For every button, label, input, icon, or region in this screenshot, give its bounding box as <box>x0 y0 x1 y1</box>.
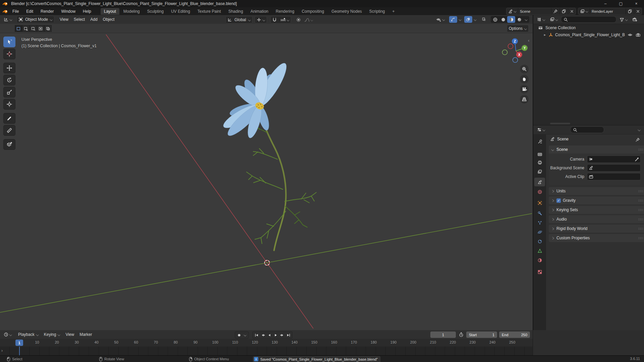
workspace-tab-uv-editing[interactable]: UV Editing <box>168 8 194 15</box>
workspace-tab-compositing[interactable]: Compositing <box>298 8 327 15</box>
properties-tab-modifiers[interactable] <box>534 209 545 218</box>
select-mode-select-intersect[interactable] <box>44 25 52 32</box>
select-mode-select-subtract[interactable] <box>30 25 37 32</box>
scene-name[interactable]: Scene <box>518 8 551 14</box>
panel-drag-dots[interactable]: ∷∷ <box>638 227 643 231</box>
scene-panel-header[interactable]: Scene ∷∷ <box>549 145 644 154</box>
current-frame-badge[interactable]: 1 <box>15 340 23 346</box>
transport-key-next-button[interactable] <box>279 332 285 338</box>
tool-transform-button[interactable] <box>3 99 15 110</box>
viewport-3d[interactable]: Z Y X ‹ Object Mode ViewSelectAddObject … <box>0 15 533 330</box>
properties-search-input[interactable] <box>570 126 604 133</box>
render-visibility-icon[interactable] <box>636 33 641 37</box>
timeline-editor-type-button[interactable] <box>2 331 13 338</box>
properties-tab-data[interactable] <box>534 246 545 255</box>
tool-cursor-button[interactable] <box>3 49 15 59</box>
channel-expand-arrow[interactable]: › <box>1 348 3 353</box>
field-background-scene[interactable] <box>587 164 641 172</box>
properties-editor-type-button[interactable] <box>535 126 547 133</box>
transport-play-button[interactable] <box>272 332 279 338</box>
end-frame-field[interactable]: End250 <box>499 331 530 338</box>
properties-tab-texture[interactable] <box>534 267 545 276</box>
tool-addcube-button[interactable] <box>3 139 15 150</box>
scene-copy-button[interactable] <box>559 8 568 14</box>
snap-toggle[interactable] <box>271 16 279 23</box>
scene-browse-button[interactable] <box>506 8 518 14</box>
workspace-tab-geometry-nodes[interactable]: Geometry Nodes <box>328 8 365 15</box>
panel-audio[interactable]: Audio∷∷ <box>549 215 644 223</box>
xray-toggle[interactable] <box>480 16 488 23</box>
close-button[interactable]: × <box>629 0 644 7</box>
mode-dropdown[interactable]: Object Mode <box>16 16 54 23</box>
panel-rigid-body-world[interactable]: Rigid Body World∷∷ <box>549 225 644 233</box>
view-layer-browse-button[interactable] <box>578 8 590 14</box>
workspace-tab-rendering[interactable]: Rendering <box>272 8 298 15</box>
timeline-menu-keying[interactable]: Keying <box>41 332 63 337</box>
viewport-menu-add[interactable]: Add <box>88 17 100 22</box>
properties-tab-material[interactable] <box>534 256 545 264</box>
properties-tab-physics[interactable] <box>534 228 545 236</box>
panel-drag-dots[interactable]: ∷∷ <box>638 236 643 240</box>
outliner-scrollbar[interactable] <box>550 123 570 124</box>
select-mode-select-extend[interactable] <box>22 25 30 32</box>
properties-tab-object[interactable] <box>534 198 545 207</box>
workspace-tab-scripting[interactable]: Scripting <box>366 8 388 15</box>
panel-gravity[interactable]: ✓Gravity∷∷ <box>549 196 644 204</box>
shading-rendered-button[interactable] <box>515 16 523 23</box>
shading-solid-button[interactable] <box>499 16 507 23</box>
pan-view-button[interactable] <box>520 75 529 83</box>
playhead-line[interactable] <box>19 347 20 355</box>
outliner-search-input[interactable] <box>561 16 616 23</box>
hide-eye-icon[interactable] <box>628 33 633 37</box>
minimize-button[interactable]: – <box>598 0 613 7</box>
timeline-menu-marker[interactable]: Marker <box>77 332 95 337</box>
tool-select-button[interactable] <box>3 37 15 47</box>
overlays-toggle[interactable] <box>464 16 472 23</box>
proportional-edit-toggle[interactable] <box>294 16 303 23</box>
field-camera[interactable] <box>587 156 641 163</box>
workspace-tab-modeling[interactable]: Modeling <box>120 8 143 15</box>
timeline-menu-view[interactable]: View <box>63 332 77 337</box>
workspace-tab-sculpting[interactable]: Sculpting <box>144 8 167 15</box>
shading-wireframe-button[interactable] <box>491 16 499 23</box>
orientation-dropdown[interactable]: Global <box>225 16 253 23</box>
panel-drag-dots[interactable]: ∷∷ <box>638 189 643 193</box>
menu-window[interactable]: Window <box>57 8 79 15</box>
scene-pin-button[interactable] <box>551 8 559 14</box>
tool-measure-button[interactable] <box>3 125 15 136</box>
zoom-view-button[interactable] <box>520 65 529 73</box>
pin-icon[interactable] <box>635 137 640 142</box>
report-message[interactable]: i Saved "Cosmos_Plant_Single_Flower_Ligh… <box>253 356 380 362</box>
properties-tab-constraints[interactable] <box>534 237 545 246</box>
ortho-toggle-button[interactable] <box>520 95 529 104</box>
select-mode-select-set[interactable] <box>15 25 22 32</box>
outliner-editor-type-button[interactable] <box>535 16 547 23</box>
panel-custom-properties[interactable]: Custom Properties∷∷ <box>549 234 644 242</box>
visibility-dropdown[interactable] <box>434 16 446 23</box>
start-frame-field[interactable]: Start1 <box>466 331 497 338</box>
maximize-button[interactable]: ▢ <box>613 0 629 7</box>
outliner-display-mode-button[interactable] <box>548 16 559 23</box>
field-active-clip[interactable] <box>587 173 641 180</box>
outliner-filter-button[interactable] <box>618 16 629 23</box>
snap-target-dropdown[interactable] <box>279 16 291 23</box>
camera-view-button[interactable] <box>520 85 529 94</box>
viewport-menu-select[interactable]: Select <box>71 17 88 22</box>
properties-tab-tool[interactable] <box>534 137 545 146</box>
timeline-menu-playback[interactable]: Playback <box>15 332 41 337</box>
menu-help[interactable]: Help <box>79 8 95 15</box>
tool-annotate-button[interactable] <box>3 113 15 124</box>
viewport-menu-view[interactable]: View <box>57 17 71 22</box>
view-layer-remove-button[interactable] <box>634 8 642 14</box>
view-layer-name[interactable]: RenderLayer <box>590 8 626 14</box>
editor-type-button[interactable] <box>2 16 14 23</box>
properties-tab-world[interactable] <box>534 187 545 196</box>
transport-jump-first-button[interactable] <box>253 332 260 338</box>
properties-tab-render[interactable] <box>534 150 545 159</box>
view-layer-copy-button[interactable] <box>626 8 634 14</box>
auto-key-dropdown[interactable] <box>242 332 248 339</box>
transport-play-rev-button[interactable] <box>266 332 272 338</box>
gizmos-dropdown[interactable] <box>457 16 463 23</box>
options-dropdown[interactable]: Options <box>507 25 529 32</box>
outliner-row-scene-collection[interactable]: Scene Collection <box>533 24 644 31</box>
